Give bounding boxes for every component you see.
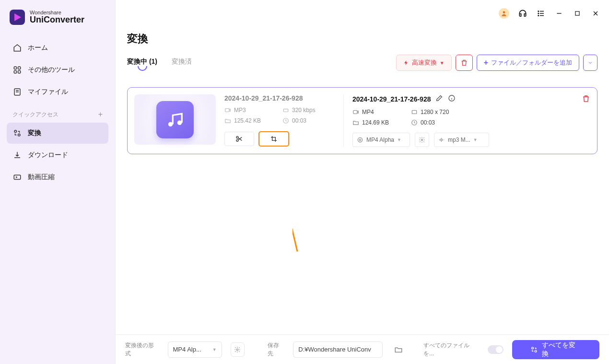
convert-all-button[interactable]: すべてを変換: [512, 340, 599, 359]
svg-point-9: [503, 11, 505, 13]
nav-compress[interactable]: 動画圧縮: [7, 167, 108, 188]
file-item[interactable]: 2024-10-29_21-17-26-928 MP3 320 kbps 125…: [127, 87, 597, 154]
add-file-dropdown[interactable]: [583, 55, 597, 71]
svg-rect-2: [18, 67, 21, 69]
svg-rect-3: [14, 71, 16, 73]
main: 変換 変換中 (1) 変換済 高速変換 ▼: [115, 0, 609, 364]
nav-home[interactable]: ホーム: [7, 37, 108, 58]
svg-point-12: [538, 15, 539, 16]
destination-path-input[interactable]: D:¥Wondershare UniConv: [293, 341, 383, 358]
svg-point-6: [14, 130, 17, 133]
clock-icon: [282, 117, 289, 124]
compress-icon: [12, 172, 22, 182]
svg-point-25: [421, 139, 423, 141]
menu-icon[interactable]: [536, 9, 546, 18]
settings-button[interactable]: [415, 133, 429, 147]
nav-other-tools[interactable]: その他のツール: [7, 59, 108, 80]
dimensions-icon: [411, 109, 418, 115]
trash-icon: [582, 94, 590, 103]
waveform-icon: [438, 136, 445, 143]
svg-rect-1: [14, 67, 16, 69]
chevron-down-icon: ▼: [397, 137, 401, 142]
fast-convert-button[interactable]: 高速変換 ▼: [396, 55, 452, 71]
destination-info: 2024-10-29_21-17-26-928 MP4 1280 x 720 1…: [352, 94, 590, 147]
rename-button[interactable]: [435, 94, 443, 104]
page-title: 変換: [127, 27, 597, 55]
nav-label: 変換: [28, 129, 41, 137]
svg-point-10: [538, 11, 539, 12]
logo-icon: [10, 10, 25, 25]
gear-icon: [234, 346, 241, 353]
svg-rect-21: [412, 111, 416, 114]
plus-icon: +: [484, 58, 488, 67]
audio-dropdown[interactable]: mp3 M... ▼: [434, 133, 489, 147]
svg-point-29: [535, 350, 537, 352]
info-button[interactable]: [448, 94, 456, 104]
nav-download[interactable]: ダウンロード: [7, 145, 108, 166]
all-files-toggle[interactable]: [488, 345, 504, 354]
gear-icon: [419, 136, 425, 143]
svg-rect-4: [18, 71, 21, 73]
support-icon[interactable]: [518, 9, 527, 18]
nav-label: マイファイル: [28, 88, 68, 96]
dest-filename: 2024-10-29_21-17-26-928: [352, 95, 431, 103]
output-format-label: 変換後の形式: [125, 341, 159, 358]
svg-point-23: [358, 137, 362, 142]
titlebar: [116, 0, 609, 27]
file-icon: [12, 87, 22, 97]
crop-button[interactable]: [259, 132, 289, 146]
tab-converted[interactable]: 変換済: [172, 57, 192, 68]
sidebar: Wondershare UniConverter ホーム その他のツール マイフ…: [0, 0, 115, 364]
preset-dropdown[interactable]: MP4 Alpha ▼: [352, 133, 410, 147]
nav-label: ダウンロード: [28, 151, 68, 159]
nav-label: ホーム: [28, 44, 48, 52]
download-icon: [12, 150, 22, 160]
chevron-down-icon: [587, 60, 593, 66]
destination-label: 保存先: [268, 341, 284, 358]
nav-label: 動画圧縮: [28, 173, 55, 182]
divider: [343, 94, 344, 147]
brand-main: UniConverter: [30, 15, 84, 25]
home-icon: [12, 43, 22, 53]
trim-button[interactable]: [224, 132, 254, 146]
chevron-down-icon: ▼: [473, 137, 478, 142]
video-icon: [352, 109, 359, 115]
output-settings-button[interactable]: [231, 342, 245, 357]
folder-icon: [394, 345, 403, 354]
chevron-down-icon: ▼: [212, 347, 217, 352]
source-filename: 2024-10-29_21-17-26-928: [224, 94, 335, 102]
logo: Wondershare UniConverter: [0, 10, 115, 34]
remove-file-button[interactable]: [582, 94, 590, 105]
svg-point-7: [18, 134, 21, 136]
music-icon: [156, 101, 194, 138]
nav-label: その他のツール: [28, 66, 75, 74]
svg-point-28: [532, 347, 534, 349]
svg-rect-15: [283, 109, 288, 112]
maximize-button[interactable]: [573, 9, 582, 18]
output-format-dropdown[interactable]: MP4 Alp... ▼: [168, 341, 222, 358]
user-avatar-icon[interactable]: [499, 8, 509, 19]
delete-all-button[interactable]: [456, 55, 473, 71]
tab-converting[interactable]: 変換中 (1): [127, 57, 157, 68]
svg-point-27: [237, 349, 239, 351]
minimize-button[interactable]: [554, 9, 564, 18]
svg-point-17: [236, 136, 238, 138]
folder-icon: [352, 119, 359, 126]
clock-icon: [411, 119, 418, 126]
crop-icon: [270, 135, 278, 143]
file-thumbnail: [134, 94, 216, 145]
add-quick-access-button[interactable]: +: [98, 110, 103, 119]
video-icon: [224, 107, 231, 114]
browse-folder-button[interactable]: [391, 342, 405, 357]
target-icon: [357, 136, 363, 143]
grid-icon: [12, 65, 22, 75]
convert-icon: [530, 346, 538, 353]
nav-my-files[interactable]: マイファイル: [7, 81, 108, 102]
quick-access-header: クイックアクセス +: [7, 103, 108, 122]
chevron-down-icon: ▼: [440, 60, 445, 66]
add-file-button[interactable]: + ファイル／フォルダーを追加: [477, 55, 579, 71]
nav-convert[interactable]: 変換: [7, 123, 108, 144]
close-button[interactable]: [591, 9, 600, 18]
svg-point-24: [359, 139, 361, 141]
svg-rect-13: [575, 11, 579, 15]
